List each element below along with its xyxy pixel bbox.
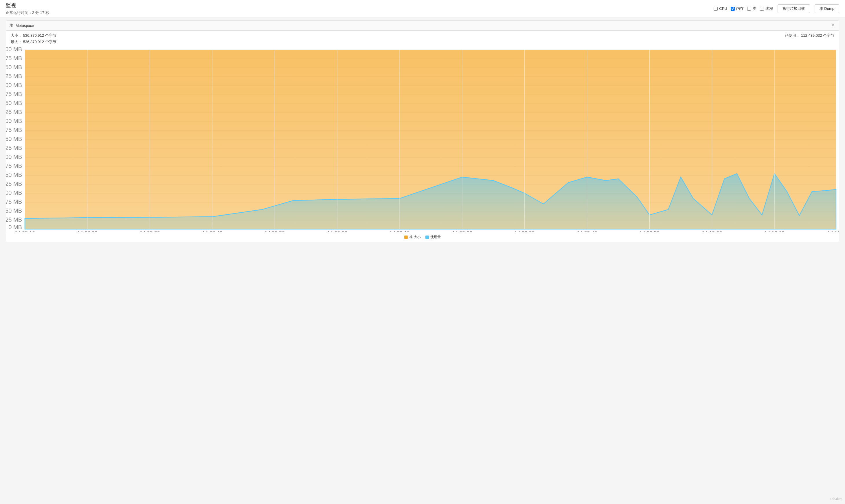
svg-text:14:10:10: 14:10:10 <box>764 230 785 232</box>
uptime-display: 正常运行时间：2 分 17 秒 <box>6 10 49 15</box>
stats-left: 大小： 536,870,912 个字节 最大： 536,870,912 个字节 <box>11 33 56 44</box>
panel-title: Metaspace <box>16 23 34 28</box>
size-value: 536,870,912 个字节 <box>23 33 56 38</box>
svg-text:14:10:00: 14:10:00 <box>702 230 722 232</box>
panel-header: 堆 Metaspace × <box>6 20 839 31</box>
legend-heap-size: 堆 大小 <box>404 235 420 239</box>
size-label: 大小： <box>11 33 22 38</box>
svg-text:25 MB: 25 MB <box>6 216 22 223</box>
header-right: CPU 内存 类 线程 执行垃圾回收 堆 Dump <box>714 4 839 13</box>
max-value: 536,870,912 个字节 <box>23 40 56 44</box>
class-label: 类 <box>753 6 756 11</box>
svg-text:125 MB: 125 MB <box>6 181 22 187</box>
panel-tab-label: 堆 <box>10 23 13 28</box>
svg-text:325 MB: 325 MB <box>6 109 22 115</box>
svg-text:225 MB: 225 MB <box>6 145 22 151</box>
class-checkbox[interactable] <box>747 7 751 11</box>
checkbox-group: CPU 内存 类 线程 <box>714 6 773 11</box>
header: 监视 正常运行时间：2 分 17 秒 CPU 内存 类 线程 执行垃圾回收 堆 … <box>0 0 845 17</box>
legend-used-box <box>426 235 429 239</box>
svg-text:500 MB: 500 MB <box>6 47 22 52</box>
svg-text:100 MB: 100 MB <box>6 190 22 196</box>
gc-button[interactable]: 执行垃圾回收 <box>777 4 810 13</box>
stats-right: 已使用： 112,439,032 个字节 <box>785 33 834 44</box>
svg-text:14:09:10: 14:09:10 <box>390 230 410 232</box>
svg-text:0 MB: 0 MB <box>8 224 22 230</box>
svg-text:425 MB: 425 MB <box>6 73 22 79</box>
svg-text:14:08:30: 14:08:30 <box>140 230 160 232</box>
cpu-checkbox[interactable] <box>714 7 718 11</box>
checkbox-thread[interactable]: 线程 <box>760 6 773 11</box>
panel-close-button[interactable]: × <box>830 23 835 28</box>
cpu-label: CPU <box>719 6 727 11</box>
chart-svg: 500 MB 475 MB 450 MB 425 MB 400 MB 375 M… <box>6 47 839 232</box>
used-label: 已使用： <box>785 33 800 38</box>
svg-text:14:09:50: 14:09:50 <box>639 230 660 232</box>
svg-text:14:09:40: 14:09:40 <box>577 230 597 232</box>
legend-used-label: 使用量 <box>430 235 441 239</box>
memory-label: 内存 <box>736 6 744 11</box>
svg-text:175 MB: 175 MB <box>6 163 22 169</box>
memory-panel: 堆 Metaspace × 大小： 536,870,912 个字节 最大： 53… <box>6 20 839 242</box>
svg-text:450 MB: 450 MB <box>6 64 22 70</box>
thread-checkbox[interactable] <box>760 7 764 11</box>
svg-text:250 MB: 250 MB <box>6 136 22 142</box>
svg-text:300 MB: 300 MB <box>6 118 22 124</box>
svg-text:150 MB: 150 MB <box>6 172 22 178</box>
svg-text:14:08:40: 14:08:40 <box>202 230 222 232</box>
max-info: 最大： 536,870,912 个字节 <box>11 39 56 44</box>
legend-heap-size-box <box>404 235 408 239</box>
svg-text:14:08:20: 14:08:20 <box>77 230 97 232</box>
checkbox-memory[interactable]: 内存 <box>731 6 744 11</box>
chart-legend: 堆 大小 使用量 <box>6 232 839 242</box>
svg-text:475 MB: 475 MB <box>6 55 22 61</box>
checkbox-class[interactable]: 类 <box>747 6 756 11</box>
svg-text:14:09:30: 14:09:30 <box>515 230 535 232</box>
checkbox-cpu[interactable]: CPU <box>714 6 727 11</box>
svg-text:14:10:2: 14:10:2 <box>827 230 839 232</box>
watermark: ©亿速云 <box>830 497 842 501</box>
memory-checkbox[interactable] <box>731 7 735 11</box>
svg-text:375 MB: 375 MB <box>6 91 22 97</box>
svg-text:14:09:20: 14:09:20 <box>452 230 472 232</box>
svg-text:14:08:10: 14:08:10 <box>15 230 35 232</box>
used-value: 112,439,032 个字节 <box>801 33 834 38</box>
legend-used: 使用量 <box>426 235 441 239</box>
header-left: 监视 正常运行时间：2 分 17 秒 <box>6 2 49 15</box>
chart-area: 500 MB 475 MB 450 MB 425 MB 400 MB 375 M… <box>6 47 839 232</box>
size-info: 大小： 536,870,912 个字节 <box>11 33 56 38</box>
thread-label: 线程 <box>766 6 773 11</box>
max-label: 最大： <box>11 40 22 44</box>
svg-text:400 MB: 400 MB <box>6 82 22 88</box>
heap-dump-button[interactable]: 堆 Dump <box>815 4 839 13</box>
stats-row: 大小： 536,870,912 个字节 最大： 536,870,912 个字节 … <box>6 31 839 47</box>
page-title: 监视 <box>6 2 49 9</box>
svg-text:350 MB: 350 MB <box>6 100 22 106</box>
svg-text:200 MB: 200 MB <box>6 154 22 160</box>
svg-text:14:08:50: 14:08:50 <box>265 230 285 232</box>
svg-text:75 MB: 75 MB <box>6 198 22 205</box>
legend-heap-size-label: 堆 大小 <box>409 235 420 239</box>
svg-text:50 MB: 50 MB <box>6 208 22 214</box>
svg-text:14:09:00: 14:09:00 <box>327 230 347 232</box>
svg-text:275 MB: 275 MB <box>6 127 22 133</box>
